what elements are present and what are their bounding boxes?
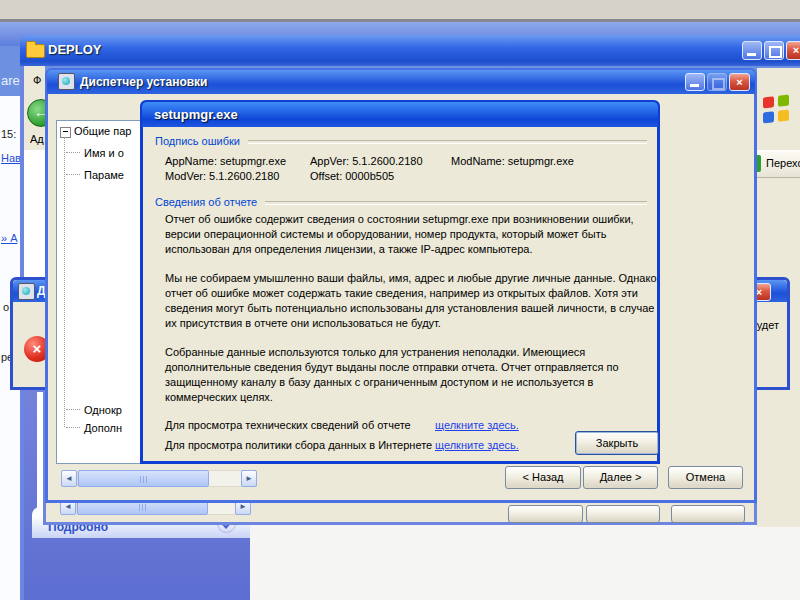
scrollbar-thumb[interactable]: [78, 470, 209, 487]
mod-name-value: ModName: setupmgr.exe: [451, 155, 574, 167]
tree-connector: [66, 174, 80, 176]
page-time-fragment: 15:: [1, 128, 16, 140]
scrollbar-grip: [140, 476, 148, 483]
setup-manager-icon: [18, 283, 35, 300]
tree-connector: [64, 137, 66, 427]
tree-item-name-org[interactable]: Имя и о: [84, 147, 124, 159]
close-report-button[interactable]: Закрыть: [575, 431, 659, 455]
report-dialog-titlebar[interactable]: setupmgr.exe: [142, 102, 658, 127]
scroll-left-icon[interactable]: ◄: [61, 470, 77, 487]
report-paragraph-2: Мы не собираем умышленно ваши файлы, имя…: [165, 271, 659, 331]
tree-connector: [66, 409, 80, 411]
scroll-right-icon[interactable]: ►: [241, 470, 257, 487]
details-group-label: Сведения об отчете: [155, 196, 257, 208]
hidden-back-button[interactable]: [508, 505, 583, 523]
maximize-button-disabled: [707, 73, 727, 91]
minimize-button[interactable]: [685, 73, 705, 91]
minimize-icon: [747, 53, 756, 56]
wizard-title: Диспетчер установки: [80, 75, 207, 89]
tree-connector: [66, 427, 80, 429]
hidden-next-button[interactable]: [586, 505, 660, 523]
app-ver-value: AppVer: 5.1.2600.2180: [310, 155, 423, 167]
setup-manager-icon: [58, 73, 75, 90]
scrollbar-grip: [139, 504, 147, 511]
deploy-window-title: DEPLOY: [48, 42, 101, 57]
flag-red-pane: [763, 96, 774, 108]
back-button[interactable]: ←: [27, 99, 45, 127]
hidden-cancel-button[interactable]: [671, 505, 745, 523]
maximize-button[interactable]: [764, 41, 784, 60]
group-divider: [265, 201, 647, 205]
app-name-value: AppName: setupmgr.exe: [165, 155, 286, 167]
address-bar-label: Ад: [30, 133, 44, 145]
go-button-label[interactable]: Переход: [766, 157, 800, 169]
data-policy-link[interactable]: щелкните здесь.: [435, 439, 519, 451]
wizard-titlebar[interactable]: Диспетчер установки ×: [47, 70, 755, 94]
tree-item-run-once[interactable]: Однокр: [84, 404, 122, 416]
maximize-icon: [712, 78, 725, 90]
background-area: [262, 527, 800, 600]
tree-item-display[interactable]: Параме: [84, 169, 124, 181]
tree-connector: [66, 152, 80, 154]
deploy-window-left-strip: Ф ← Ад: [24, 66, 45, 277]
file-list-edge: [24, 150, 45, 277]
page-link-fragment[interactable]: » А: [1, 232, 18, 244]
address-go-row[interactable]: Переход: [757, 150, 800, 178]
flag-green-pane: [778, 95, 789, 107]
back-button[interactable]: < Назад: [505, 466, 581, 489]
page-link-fragment[interactable]: Нав: [1, 152, 20, 164]
go-arrow-icon: [757, 155, 761, 172]
close-button[interactable]: ×: [786, 41, 800, 60]
maximize-icon: [769, 46, 782, 58]
report-paragraph-1: Отчет об ошибке содержит сведения о сост…: [165, 212, 659, 257]
top-window-edge: [0, 0, 800, 22]
tech-details-label: Для просмотра технических сведений об от…: [165, 419, 411, 431]
mod-ver-value: ModVer: 5.1.2600.2180: [165, 170, 279, 182]
data-policy-label: Для просмотра политики сбора данных в Ин…: [165, 439, 432, 451]
error-report-dialog: setupmgr.exe Подпись ошибки AppName: set…: [140, 100, 660, 464]
tree-item-additional[interactable]: Дополн: [84, 422, 122, 434]
signature-group-label: Подпись ошибки: [155, 135, 240, 147]
minimize-button[interactable]: [742, 41, 762, 60]
next-button[interactable]: Далее >: [583, 466, 658, 489]
menu-file-item[interactable]: Ф: [33, 74, 41, 86]
flag-yellow-pane: [778, 110, 789, 122]
error-message-fragment: удет: [757, 319, 779, 331]
close-button[interactable]: ×: [729, 73, 750, 91]
deploy-window-titlebar[interactable]: DEPLOY ×: [20, 35, 800, 66]
folder-icon: [26, 44, 45, 58]
page-text-fragment: о: [3, 301, 9, 313]
minimize-icon: [690, 84, 699, 87]
report-paragraph-3: Собранные данные используются только для…: [165, 345, 659, 405]
tree-item-general[interactable]: Общие пар: [74, 125, 131, 137]
windows-logo-icon: [763, 95, 789, 124]
report-dialog-title: setupmgr.exe: [154, 107, 238, 122]
group-divider: [248, 140, 647, 144]
flag-blue-pane: [763, 111, 774, 123]
offset-value: Offset: 0000b505: [310, 170, 394, 182]
report-description: Отчет об ошибке содержит сведения о сост…: [165, 212, 659, 419]
desktop: are 15: Нав » А о ре Подробно DEPLOY × Ф…: [0, 0, 800, 600]
tech-details-link[interactable]: щелкните здесь.: [435, 419, 519, 431]
cancel-button[interactable]: Отмена: [668, 466, 743, 489]
page-text-fragment: are: [1, 73, 20, 88]
